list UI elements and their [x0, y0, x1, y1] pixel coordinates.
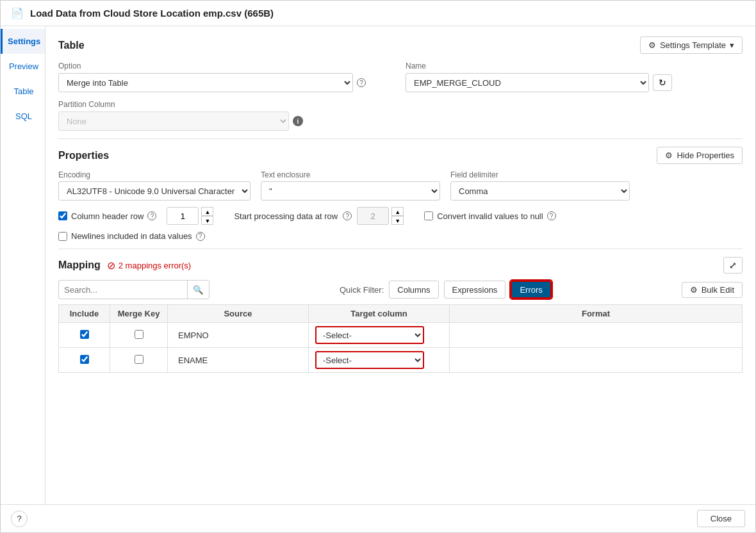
- col-header-label: Column header row: [71, 211, 144, 221]
- encoding-select[interactable]: AL32UTF8 - Unicode 9.0 Universal Charact…: [58, 181, 251, 201]
- row2-target-wrapper: -Select-: [315, 351, 443, 369]
- newlines-checkbox[interactable]: [58, 232, 67, 241]
- properties-header: Properties ⚙ Hide Properties: [58, 147, 743, 164]
- nav-item-settings[interactable]: Settings: [1, 29, 45, 54]
- quick-filter-label: Quick Filter:: [340, 285, 384, 295]
- divider-1: [58, 138, 743, 139]
- col-header-spin-up[interactable]: ▲: [201, 207, 213, 216]
- content-area: Table ⚙ Settings Template ▾ Option Merge…: [45, 26, 755, 504]
- name-select[interactable]: EMP_MERGE_CLOUD: [406, 73, 649, 92]
- col-target-header: Target column: [309, 305, 450, 323]
- window-title: Load Data from Cloud Store Location emp.…: [30, 8, 274, 19]
- option-select[interactable]: Merge into Table: [58, 73, 353, 92]
- col-header-spin-down[interactable]: ▼: [201, 216, 213, 225]
- close-button[interactable]: Close: [697, 510, 745, 527]
- filter-errors-button[interactable]: Errors: [511, 281, 551, 299]
- start-processing-help-icon: ?: [343, 211, 352, 220]
- text-enclosure-label: Text enclosure: [261, 170, 440, 179]
- col-format-header: Format: [450, 305, 743, 323]
- start-processing-label: Start processing data at row: [234, 211, 338, 221]
- row2-merge-key-checkbox[interactable]: [135, 355, 144, 364]
- refresh-button[interactable]: ↻: [653, 74, 672, 91]
- settings-template-button[interactable]: ⚙ Settings Template ▾: [640, 37, 743, 54]
- mapping-error-label: 2 mappings error(s): [119, 261, 191, 270]
- col-source-header: Source: [168, 305, 309, 323]
- partition-col-select[interactable]: None: [58, 111, 289, 131]
- name-select-wrapper: EMP_MERGE_CLOUD ↻: [406, 73, 743, 92]
- field-delimiter-select[interactable]: Comma: [450, 181, 630, 201]
- search-input[interactable]: [59, 283, 187, 297]
- col-header-checkbox[interactable]: [58, 211, 67, 220]
- properties-title: Properties: [58, 150, 109, 161]
- table-section-header: Table ⚙ Settings Template ▾: [58, 37, 743, 54]
- start-processing-spin-up[interactable]: ▲: [391, 207, 404, 216]
- col-header-row-input[interactable]: [167, 207, 199, 225]
- nav-item-table[interactable]: Table: [1, 79, 45, 104]
- table-section-title: Table: [58, 40, 85, 51]
- row1-source-cell: EMPNO: [168, 323, 309, 348]
- row1-target-cell: -Select-: [309, 323, 450, 348]
- start-processing-row-num: ▲ ▼: [357, 207, 404, 225]
- search-button[interactable]: 🔍: [187, 281, 209, 299]
- row1-target-select[interactable]: -Select-: [315, 326, 424, 344]
- start-processing-input[interactable]: [357, 207, 389, 225]
- row1-include-cell: [59, 323, 110, 348]
- col-include-header: Include: [59, 305, 110, 323]
- filter-expressions-button[interactable]: Expressions: [444, 281, 506, 299]
- partition-info-icon: i: [293, 116, 303, 126]
- row1-merge-key-cell: [110, 323, 168, 348]
- col-header-row-num: ▲ ▼: [167, 207, 213, 225]
- start-processing-spin-down[interactable]: ▼: [391, 216, 404, 225]
- row1-merge-key-checkbox[interactable]: [135, 330, 144, 339]
- table-row: EMPNO -Select-: [59, 323, 743, 348]
- nav-item-sql[interactable]: SQL: [1, 104, 45, 129]
- partition-col-label: Partition Column: [58, 100, 743, 109]
- row2-target-cell: -Select-: [309, 348, 450, 373]
- col-header-spin-btns: ▲ ▼: [201, 207, 213, 225]
- encoding-field: Encoding AL32UTF8 - Unicode 9.0 Universa…: [58, 170, 251, 201]
- mapping-section: Mapping ⊘ 2 mappings error(s) ⤢ 🔍: [58, 257, 743, 373]
- col-merge-key-header: Merge Key: [110, 305, 168, 323]
- name-group: Name EMP_MERGE_CLOUD ↻: [406, 62, 743, 92]
- sliders-icon: ⚙: [665, 151, 673, 160]
- partition-col-select-wrapper: None i: [58, 111, 743, 131]
- help-button[interactable]: ?: [11, 511, 28, 527]
- option-name-row: Option Merge into Table ? Name EMP_MERGE…: [58, 62, 743, 92]
- settings-icon: ⚙: [648, 40, 656, 50]
- bulk-edit-button[interactable]: ⚙ Bulk Edit: [682, 282, 743, 298]
- text-enclosure-select[interactable]: ": [261, 181, 440, 201]
- name-label: Name: [406, 62, 743, 70]
- newlines-group: Newlines included in data values ?: [58, 231, 743, 241]
- partition-col-group: Partition Column None i: [58, 100, 743, 131]
- newlines-help-icon: ?: [196, 232, 205, 241]
- hide-properties-button[interactable]: ⚙ Hide Properties: [657, 147, 743, 164]
- col-header-help-icon: ?: [147, 211, 156, 220]
- properties-section: Properties ⚙ Hide Properties Encoding AL…: [58, 147, 743, 241]
- start-processing-spin-btns: ▲ ▼: [391, 207, 404, 225]
- mapping-error-badge: ⊘ 2 mappings error(s): [107, 259, 191, 272]
- col-header-checkbox-group: Column header row ?: [58, 211, 156, 221]
- table-row: ENAME -Select-: [59, 348, 743, 373]
- expand-button[interactable]: ⤢: [723, 257, 743, 274]
- encoding-row: Encoding AL32UTF8 - Unicode 9.0 Universa…: [58, 170, 743, 201]
- bottom-bar: ? Close: [1, 504, 755, 532]
- newlines-label: Newlines included in data values: [71, 231, 192, 241]
- nav-item-preview[interactable]: Preview: [1, 54, 45, 79]
- mapping-title: Mapping: [58, 259, 101, 271]
- left-nav: Settings Preview Table SQL: [1, 26, 45, 504]
- row2-source-cell: ENAME: [168, 348, 309, 373]
- row2-merge-key-cell: [110, 348, 168, 373]
- field-delimiter-label: Field delimiter: [450, 170, 630, 179]
- mapping-title-area: Mapping ⊘ 2 mappings error(s): [58, 259, 191, 272]
- row1-include-checkbox[interactable]: [80, 330, 89, 339]
- filter-columns-button[interactable]: Columns: [389, 281, 438, 299]
- row1-format-cell: [450, 323, 743, 348]
- mapping-table-body: EMPNO -Select-: [59, 323, 743, 373]
- convert-invalid-checkbox[interactable]: [424, 211, 433, 220]
- row2-include-checkbox[interactable]: [80, 355, 89, 364]
- convert-invalid-help-icon: ?: [547, 211, 556, 220]
- text-enclosure-field: Text enclosure ": [261, 170, 440, 201]
- chevron-down-icon: ▾: [730, 40, 734, 50]
- row1-target-wrapper: -Select-: [315, 326, 443, 344]
- row2-target-select[interactable]: -Select-: [315, 351, 424, 369]
